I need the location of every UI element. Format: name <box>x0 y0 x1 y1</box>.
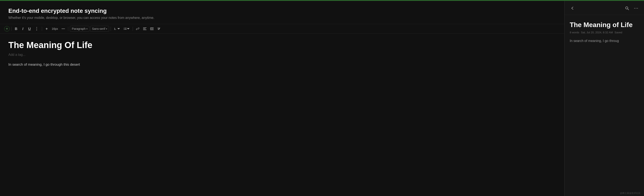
svg-marker-6 <box>127 28 130 29</box>
svg-rect-9 <box>143 30 146 30</box>
svg-rect-7 <box>143 28 146 28</box>
toolbar-divider-4 <box>111 27 111 31</box>
svg-text:1.: 1. <box>114 28 116 30</box>
editor-tag-placeholder[interactable]: Add a tag... <box>8 53 556 57</box>
svg-marker-13 <box>150 28 151 29</box>
paragraph-label: Paragraph <box>72 27 85 30</box>
align-icon <box>143 27 146 30</box>
svg-rect-10 <box>150 28 154 28</box>
editor-content: The Meaning Of Life Add a tag... In sear… <box>0 34 564 196</box>
ordered-list-chevron <box>118 28 120 30</box>
preview-meta: 8 words Sat, Jul 20, 2024, 8:32 AM Saved <box>570 31 639 34</box>
banner: End-to-end encrypted note syncing Whethe… <box>0 1 564 24</box>
font-dropdown[interactable]: Sans-serif ▾ <box>90 26 109 32</box>
link-icon <box>136 27 139 30</box>
align-button[interactable] <box>142 26 148 32</box>
toolbar-divider-3 <box>68 27 68 31</box>
footer-bar: @稀土掘金技术社区 <box>616 190 644 196</box>
svg-rect-5 <box>125 29 126 30</box>
svg-rect-8 <box>143 29 146 29</box>
back-button[interactable] <box>570 6 575 11</box>
ordered-list-button[interactable]: 1. <box>112 26 121 32</box>
indent-button[interactable] <box>149 26 155 32</box>
dash-button[interactable]: — <box>60 26 66 32</box>
svg-marker-1 <box>118 28 120 29</box>
svg-rect-3 <box>125 28 126 28</box>
toolbar-divider-1 <box>11 27 12 31</box>
preview-note-title: The Meaning of Life <box>570 21 639 29</box>
unordered-list-button[interactable] <box>122 26 131 32</box>
indent-icon <box>150 27 154 30</box>
clear-format-button[interactable]: T <box>156 26 162 32</box>
main-container: End-to-end encrypted note syncing Whethe… <box>0 1 644 196</box>
bold-button[interactable]: B <box>13 26 19 32</box>
italic-button[interactable]: I <box>20 26 26 32</box>
svg-line-18 <box>628 9 629 10</box>
add-button[interactable]: + <box>4 26 10 32</box>
font-size-label: 16px <box>50 26 59 31</box>
more-menu-button[interactable]: ⋯ <box>633 5 639 11</box>
svg-point-4 <box>124 29 124 30</box>
unordered-list-chevron <box>127 28 130 30</box>
preview-body: In search of meaning, I go throug <box>570 38 639 44</box>
svg-rect-11 <box>151 29 154 29</box>
more-icon: ⋯ <box>634 6 638 11</box>
paragraph-chevron: ▾ <box>86 28 88 30</box>
font-chevron: ▾ <box>106 28 107 30</box>
preview-date: Sat, Jul 20, 2024, 8:32 AM <box>581 31 613 34</box>
banner-subtitle: Whether it's your mobile, desktop, or br… <box>8 16 556 20</box>
editor-body[interactable]: In search of meaning, I go through this … <box>8 62 556 68</box>
preview-header-left <box>570 6 575 11</box>
svg-rect-12 <box>150 30 154 30</box>
preview-header-right: ⋯ <box>624 5 639 11</box>
insert-button[interactable]: + <box>44 26 50 32</box>
editor-panel: End-to-end encrypted note syncing Whethe… <box>0 1 564 196</box>
back-icon <box>570 6 575 11</box>
svg-point-2 <box>124 28 124 29</box>
underline-button[interactable]: U <box>26 26 32 32</box>
preview-header: ⋯ <box>565 1 644 15</box>
toolbar-divider-2 <box>42 27 42 31</box>
more-options-button[interactable]: ⋮ <box>33 26 40 32</box>
search-icon <box>625 6 629 10</box>
preview-saved-status: Saved <box>614 31 622 34</box>
footer-text: @稀土掘金技术社区 <box>620 192 641 194</box>
search-button[interactable] <box>624 6 630 11</box>
link-button[interactable] <box>134 26 141 32</box>
ordered-list-icon: 1. <box>114 27 118 30</box>
preview-word-count: 8 words <box>570 31 579 34</box>
banner-title: End-to-end encrypted note syncing <box>8 8 556 14</box>
preview-panel: ⋯ The Meaning of Life 8 words Sat, Jul 2… <box>564 1 644 196</box>
preview-content: The Meaning of Life 8 words Sat, Jul 20,… <box>565 15 644 196</box>
clear-format-icon: T <box>157 27 161 30</box>
font-label: Sans-serif <box>92 27 105 30</box>
unordered-list-icon <box>124 27 127 30</box>
paragraph-dropdown[interactable]: Paragraph ▾ <box>70 26 89 32</box>
toolbar: + B I U ⋮ + 16px — Paragraph ▾ Sans-seri… <box>0 24 564 34</box>
editor-title[interactable]: The Meaning Of Life <box>8 40 556 50</box>
